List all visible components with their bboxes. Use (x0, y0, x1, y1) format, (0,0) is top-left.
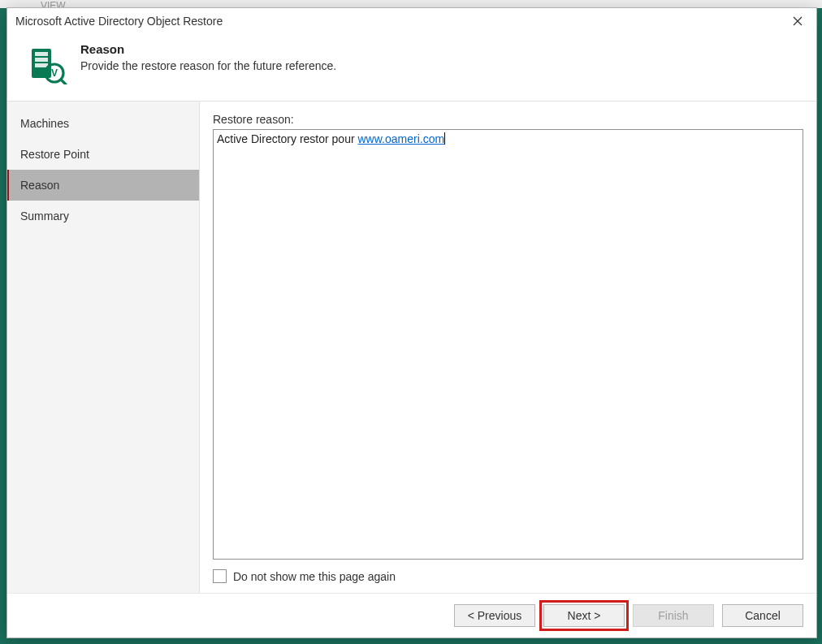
wizard-sidebar: Machines Restore Point Reason Summary (7, 102, 200, 593)
svg-text:V: V (51, 67, 58, 79)
close-icon (793, 16, 803, 26)
sidebar-item-machines[interactable]: Machines (7, 108, 199, 139)
dialog-title: Microsoft Active Directory Object Restor… (15, 15, 779, 28)
restore-reason-label: Restore reason: (213, 113, 803, 126)
header-text: Reason Provide the restore reason for th… (80, 42, 803, 72)
button-label: Finish (658, 609, 688, 622)
sidebar-item-reason[interactable]: Reason (7, 170, 199, 201)
reason-text-plain: Active Directory restor pour (217, 132, 358, 145)
close-button[interactable] (779, 8, 816, 34)
sidebar-item-label: Restore Point (20, 148, 89, 161)
text-caret (444, 132, 445, 145)
sidebar-item-summary[interactable]: Summary (7, 201, 199, 231)
sidebar-item-restore-point[interactable]: Restore Point (7, 139, 199, 170)
restore-server-icon: V (25, 42, 69, 86)
sidebar-item-label: Summary (20, 210, 69, 223)
next-button[interactable]: Next > (543, 604, 625, 627)
dialog-body: Machines Restore Point Reason Summary Re… (7, 102, 816, 593)
previous-button[interactable]: < Previous (454, 604, 535, 627)
wizard-main-panel: Restore reason: Active Directory restor … (200, 102, 816, 593)
sidebar-item-label: Reason (20, 179, 59, 192)
svg-rect-4 (35, 58, 48, 62)
dont-show-again-label: Do not show me this page again (233, 570, 396, 583)
dont-show-again-checkbox[interactable] (213, 569, 227, 583)
dialog-header: V Reason Provide the restore reason for … (7, 34, 816, 102)
dialog-footer: < Previous Next > Finish Cancel (7, 593, 816, 638)
svg-rect-5 (35, 63, 48, 67)
button-label: Cancel (745, 609, 781, 622)
restore-reason-textarea[interactable]: Active Directory restor pour www.oameri.… (213, 129, 803, 560)
dont-show-again-row: Do not show me this page again (213, 569, 803, 583)
sidebar-item-label: Machines (20, 117, 69, 130)
finish-button: Finish (633, 604, 714, 627)
header-subtitle: Provide the restore reason for the futur… (80, 59, 803, 72)
button-label: < Previous (468, 609, 522, 622)
reason-text-link: www.oameri.com (358, 132, 445, 145)
header-title: Reason (80, 42, 803, 56)
dialog-titlebar: Microsoft Active Directory Object Restor… (7, 8, 816, 34)
restore-wizard-dialog: Microsoft Active Directory Object Restor… (6, 7, 817, 638)
svg-line-8 (61, 80, 66, 84)
button-label: Next > (568, 609, 601, 622)
cancel-button[interactable]: Cancel (722, 604, 803, 627)
svg-rect-3 (35, 52, 48, 56)
